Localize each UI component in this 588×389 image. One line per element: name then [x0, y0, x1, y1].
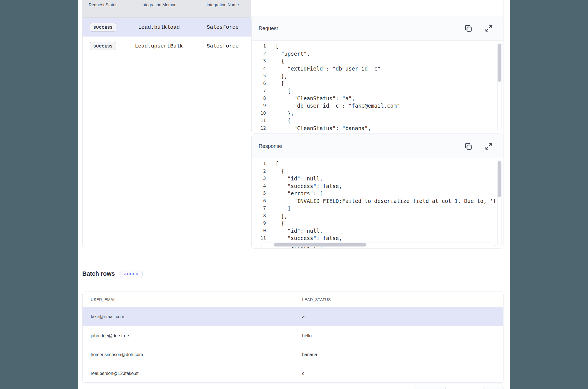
request-panel: Request 1[2 "upsert",3 {4 "extIdField": … — [251, 16, 503, 134]
column-header-request-status: Request Status — [83, 2, 124, 7]
request-row[interactable]: SUCCESSLead.upsertBulkSalesforce — [83, 37, 251, 55]
line-number: 11 — [252, 234, 266, 242]
batch-row[interactable]: homer.simpson@doh.combanana — [83, 345, 503, 364]
line-number: 12 — [252, 125, 266, 132]
code-line: 5 }, — [252, 72, 503, 80]
column-header-lead-status: LEAD_STATUS — [302, 291, 331, 307]
lead-status-cell: c — [302, 364, 304, 383]
status-badge: SUCCESS — [90, 23, 116, 31]
column-header-integration-name: Integration Name — [194, 2, 251, 7]
integration-name-cell: Salesforce — [194, 18, 251, 37]
code-line: 9 { — [252, 220, 503, 227]
code-line: 7 ] — [252, 205, 503, 212]
scrollbar-thumb[interactable] — [498, 44, 501, 82]
user-email-cell: homer.simpson@doh.com — [91, 345, 143, 364]
request-vertical-scrollbar[interactable] — [497, 43, 502, 131]
added-badge: ADDED — [120, 270, 143, 278]
line-number: 3 — [252, 175, 266, 182]
column-header-integration-method: Integration Method — [124, 2, 194, 7]
line-number: 7 — [252, 205, 266, 212]
batch-rows-header: Batch rows ADDED — [82, 269, 143, 279]
footer-button-left[interactable] — [414, 386, 446, 389]
line-number: 5 — [252, 72, 266, 80]
user-email-cell: real.person@123fake.st — [91, 364, 138, 383]
user-email-cell: fake@email.com — [91, 307, 124, 326]
copy-icon[interactable] — [463, 141, 473, 151]
code-text: ] — [275, 205, 291, 212]
line-number: 4 — [252, 65, 266, 73]
code-line: 1[ — [252, 160, 503, 168]
code-line: 8 "CleanStatus": "a", — [252, 95, 503, 102]
response-panel: Response 1[2 {3 "id": null,4 "success": — [251, 134, 503, 249]
code-text: { — [275, 87, 291, 95]
line-number: 8 — [252, 95, 266, 102]
code-line: 11 { — [252, 117, 503, 125]
scrollbar-thumb[interactable] — [274, 243, 366, 246]
batch-row[interactable]: real.person@123fake.stc — [83, 364, 503, 383]
response-code-editor[interactable]: 1[2 {3 "id": null,4 "success": false,5 "… — [252, 159, 503, 248]
requests-table-header: Request Status Integration Method Integr… — [83, 0, 251, 18]
code-line: 6 "INVALID_FIELD:Failed to deserialize f… — [252, 197, 503, 205]
lead-status-cell: banana — [302, 345, 317, 364]
line-number: 13 — [252, 132, 266, 133]
lead-status-cell: hello — [302, 326, 312, 345]
code-line: 3 { — [252, 57, 503, 65]
code-line: 10 }, — [252, 110, 503, 117]
column-header-user-email: USER_EMAIL — [91, 291, 117, 307]
line-number: 2 — [252, 168, 266, 175]
code-line: 13 "db_user_id__c": "homer.simpson@doh.c… — [252, 132, 503, 133]
line-number: 2 — [252, 50, 266, 58]
code-text: "CleanStatus": "banana", — [275, 125, 371, 132]
batch-row[interactable]: john.doe@doe.treehello — [83, 326, 503, 345]
copy-icon[interactable] — [463, 24, 473, 33]
line-number: 5 — [252, 190, 266, 197]
response-horizontal-scrollbar[interactable] — [261, 243, 496, 247]
line-number: 10 — [252, 227, 266, 235]
user-email-cell: john.doe@doe.tree — [91, 326, 129, 345]
lead-status-cell: a — [302, 307, 305, 326]
line-number: 8 — [252, 212, 266, 220]
code-text: }, — [275, 212, 288, 220]
status-badge: SUCCESS — [90, 42, 116, 50]
code-text: "extIdField": "db_user_id__c" — [275, 65, 381, 73]
request-overview-card: Request Status Integration Method Integr… — [82, 0, 503, 248]
expand-icon[interactable] — [484, 24, 493, 33]
request-detail-modal: Request Status Integration Method Integr… — [78, 0, 510, 389]
code-line: 12 "CleanStatus": "banana", — [252, 125, 503, 132]
integration-method-cell: Lead.bulkload — [124, 18, 194, 37]
request-code-editor[interactable]: 1[2 "upsert",3 {4 "extIdField": "db_user… — [252, 41, 503, 133]
integration-name-cell: Salesforce — [194, 37, 251, 55]
code-line: 7 { — [252, 87, 503, 95]
code-line: 2 { — [252, 168, 503, 175]
code-line: 4 "extIdField": "db_user_id__c" — [252, 65, 503, 73]
batch-row[interactable]: fake@email.coma — [83, 307, 503, 326]
code-text: "db_user_id__c": "fake@email.com" — [275, 102, 400, 110]
code-text: [ — [275, 160, 279, 168]
code-text: "errors": [ — [275, 190, 323, 197]
expand-icon[interactable] — [484, 141, 493, 151]
code-line: 9 "db_user_id__c": "fake@email.com" — [252, 102, 503, 110]
response-vertical-scrollbar[interactable] — [497, 160, 502, 246]
text-cursor — [275, 43, 275, 49]
code-text: { — [275, 57, 284, 65]
batch-rows-title: Batch rows — [82, 270, 115, 277]
code-text: { — [275, 220, 284, 227]
code-text: "id": null, — [275, 175, 323, 182]
code-line: 2 "upsert", — [252, 50, 503, 58]
code-line: 8 }, — [252, 212, 503, 220]
scrollbar-thumb[interactable] — [498, 161, 501, 197]
line-number: 4 — [252, 182, 266, 190]
footer-button-right[interactable] — [484, 386, 503, 389]
code-text: "id": null, — [275, 227, 323, 235]
line-number: 6 — [252, 197, 266, 205]
line-number: 11 — [252, 117, 266, 125]
line-number: 9 — [252, 102, 266, 110]
line-number: 3 — [252, 57, 266, 65]
code-line: 4 "success": false, — [252, 182, 503, 190]
code-text: }, — [275, 110, 294, 117]
line-number: 9 — [252, 220, 266, 227]
integration-method-cell: Lead.upsertBulk — [124, 37, 194, 55]
response-panel-title: Response — [259, 134, 282, 158]
line-number: 1 — [252, 42, 266, 50]
request-row[interactable]: SUCCESSLead.bulkloadSalesforce — [83, 18, 251, 37]
